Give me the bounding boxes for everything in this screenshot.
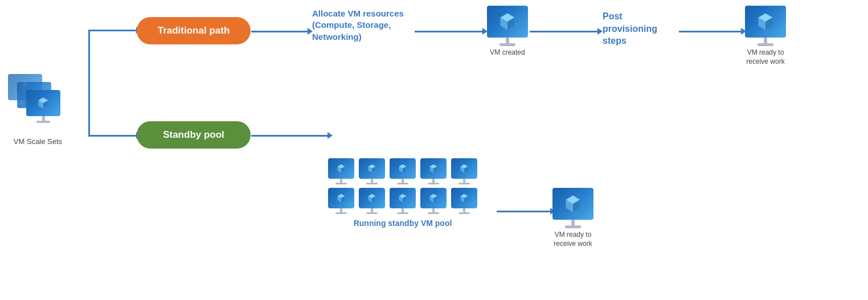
arrow-vm-created-to-post [530,31,598,32]
arrow-post-to-vm-ready-top [679,31,742,32]
arrow-to-standby [88,135,137,137]
standby-vm-8 [390,188,416,214]
allocate-resources-label: Allocate VM resources(Compute, Storage,N… [312,8,415,43]
arrow-allocate-to-vm-created [415,31,483,32]
standby-vm-7 [359,188,385,214]
standby-vm-6 [328,188,354,214]
standby-vm-9 [420,188,447,214]
standby-vm-10 [451,188,477,214]
arrow-traditional-to-allocate [251,31,308,32]
standby-vm-3 [390,158,416,184]
arrow-vertical-split [88,30,90,135]
standby-vm-1 [328,158,354,184]
vm-scale-sets-group: VM Scale Sets [8,74,68,146]
running-standby-label: Running standby VM pool [328,219,477,228]
vm-created-icon: VM created [487,6,528,57]
standby-vm-5 [451,158,477,184]
traditional-path-pill[interactable]: Traditional path [137,17,251,44]
vm-ready-bottom-icon: VM ready toreceive work [552,188,593,248]
standby-pool-pill[interactable]: Standby pool [137,121,251,149]
arrow-standby-to-pool [251,135,328,137]
standby-vm-2 [359,158,385,184]
vm-icon-front [26,90,60,123]
standby-vm-4 [420,158,447,184]
standby-pool-vms: Running standby VM pool [328,158,477,228]
vm-ready-top-icon: VM ready toreceive work [745,6,786,66]
diagram-container: VM Scale Sets Traditional path Allocate … [0,0,868,300]
arrow-pool-to-vm-ready-bottom [497,211,551,212]
post-provisioning-label: Postprovisioningsteps [603,10,677,47]
vm-scale-sets-label: VM Scale Sets [8,137,68,146]
arrow-to-traditional [88,30,137,31]
